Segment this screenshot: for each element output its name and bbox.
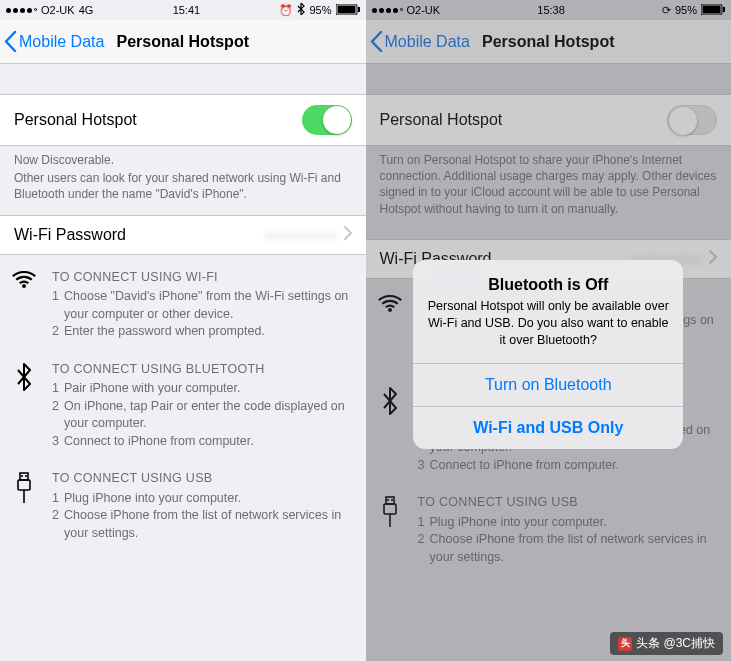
chevron-right-icon [344, 226, 352, 244]
content: Personal Hotspot Now Discoverable. Other… [0, 64, 366, 661]
wifi-pw-label: Wi-Fi Password [14, 226, 126, 244]
alert-title: Bluetooth is Off [427, 276, 669, 294]
svg-rect-2 [358, 7, 360, 12]
network-label: 4G [79, 4, 94, 16]
wifi-icon [10, 269, 38, 341]
battery-icon [336, 4, 360, 17]
phone-left: O2-UK 4G 15:41 ⏰ 95% Mobile Data Persona… [0, 0, 366, 661]
bluetooth-icon [297, 3, 305, 17]
chevron-left-icon [4, 31, 17, 52]
wifi-usb-only-button[interactable]: Wi-Fi and USB Only [413, 406, 683, 449]
toutiao-logo-icon: 头 [618, 637, 632, 651]
wifi-instructions: TO CONNECT USING WI-FI 1Choose "David's … [0, 259, 366, 351]
bluetooth-icon [10, 361, 38, 451]
wifi-pw-value: ●●●●●●●● [265, 226, 337, 243]
svg-rect-1 [337, 5, 355, 13]
signal-dots-icon [6, 8, 37, 13]
back-label: Mobile Data [19, 33, 104, 51]
wifi-password-row[interactable]: Wi-Fi Password ●●●●●●●● [0, 215, 366, 255]
alarm-icon: ⏰ [279, 4, 293, 17]
svg-rect-4 [18, 480, 30, 490]
usb-instructions: TO CONNECT USING USB 1Plug iPhone into y… [0, 460, 366, 552]
usb-icon [10, 470, 38, 542]
clock: 15:41 [173, 4, 201, 16]
hotspot-footer: Now Discoverable. Other users can look f… [0, 146, 366, 215]
battery-label: 95% [309, 4, 331, 16]
hotspot-label: Personal Hotspot [14, 111, 137, 129]
bluetooth-alert: Bluetooth is Off Personal Hotspot will o… [413, 260, 683, 449]
hotspot-toggle[interactable] [302, 105, 352, 135]
status-bar: O2-UK 4G 15:41 ⏰ 95% [0, 0, 366, 20]
carrier-label: O2-UK [41, 4, 75, 16]
instructions: TO CONNECT USING WI-FI 1Choose "David's … [0, 255, 366, 557]
watermark: 头 头条 @3C捕快 [610, 632, 723, 655]
bluetooth-instructions: TO CONNECT USING BLUETOOTH 1Pair iPhone … [0, 351, 366, 461]
back-button[interactable]: Mobile Data [0, 31, 104, 52]
nav-bar: Mobile Data Personal Hotspot [0, 20, 366, 64]
phone-right: O2-UK 15:38 ⟳ 95% Mobile Data Personal H… [366, 0, 732, 661]
hotspot-toggle-row[interactable]: Personal Hotspot [0, 94, 366, 146]
turn-on-bluetooth-button[interactable]: Turn on Bluetooth [413, 363, 683, 406]
alert-message: Personal Hotspot will only be available … [427, 298, 669, 349]
